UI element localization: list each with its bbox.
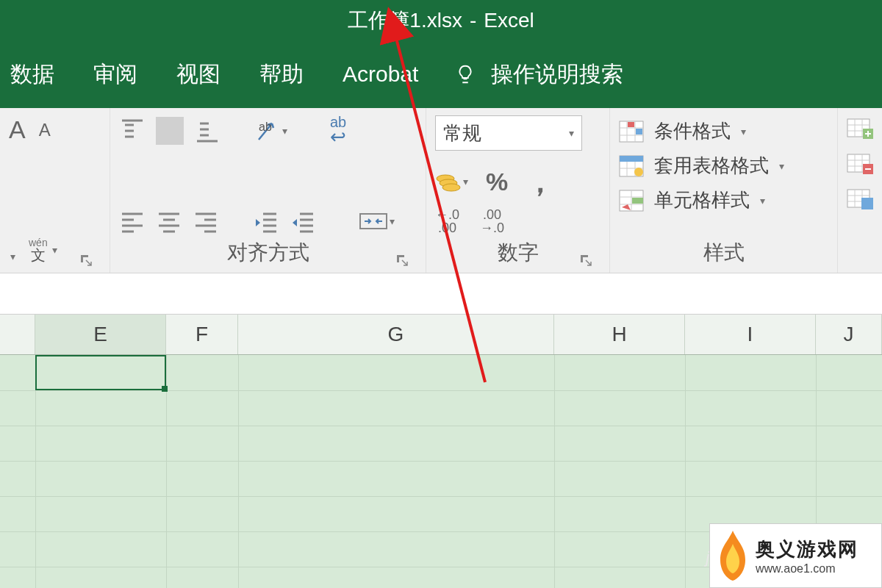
svg-rect-18 <box>861 198 873 209</box>
accounting-format-button[interactable]: ▾ <box>435 171 468 192</box>
alignment-launcher-icon[interactable] <box>395 249 409 264</box>
tab-data[interactable]: 数据 <box>7 55 57 94</box>
col-header-F[interactable]: F <box>166 315 238 354</box>
cell-styles-icon <box>619 190 644 212</box>
tell-me-search[interactable]: 操作说明搜索 <box>454 60 623 90</box>
percent-format-button[interactable]: % <box>486 168 508 196</box>
orientation-button[interactable]: ab▾ <box>254 118 287 144</box>
ribbon-tab-bar: 数据 审阅 视图 帮助 Acrobat 操作说明搜索 <box>0 40 882 108</box>
increase-indent-button[interactable] <box>290 208 316 234</box>
group-font: A A ▾ wén文 ▾ <box>0 108 110 273</box>
decrease-font-button[interactable]: A <box>39 120 51 140</box>
wrap-text-button[interactable]: ab ↩ <box>330 115 346 146</box>
table-format-icon <box>619 155 644 177</box>
svg-rect-6 <box>628 122 634 127</box>
alignment-group-label: 对齐方式 <box>227 239 309 267</box>
number-group-label: 数字 <box>498 239 539 267</box>
tab-help[interactable]: 帮助 <box>257 55 306 94</box>
align-middle-button[interactable] <box>156 117 184 145</box>
col-header-H[interactable]: H <box>554 315 685 354</box>
number-launcher-icon[interactable] <box>578 249 593 264</box>
document-filename: 工作簿1.xlsx <box>348 7 462 35</box>
col-header-blank[interactable] <box>0 315 35 354</box>
group-cells-partial <box>838 108 882 273</box>
svg-point-10 <box>634 168 643 176</box>
decrease-indent-button[interactable] <box>253 208 279 234</box>
svg-rect-12 <box>632 198 643 204</box>
conditional-formatting-button[interactable]: 条件格式▾ <box>619 118 828 144</box>
col-header-J[interactable]: J <box>816 315 882 354</box>
svg-rect-9 <box>620 156 643 162</box>
tab-view[interactable]: 视图 <box>173 55 223 94</box>
decrease-decimal-button[interactable]: .00→.0 <box>480 208 504 234</box>
delete-cells-button[interactable] <box>847 154 873 176</box>
increase-decimal-button[interactable]: ←.0.00 <box>435 208 459 234</box>
site-logo: 奥义游戏网 www.aoe1.com <box>709 523 882 588</box>
formula-bar[interactable] <box>0 273 882 315</box>
align-top-button[interactable] <box>119 118 146 144</box>
col-header-G[interactable]: G <box>238 315 554 354</box>
align-right-button[interactable] <box>193 208 219 234</box>
logo-text-url: www.aoe1.com <box>756 562 858 576</box>
cell-styles-button[interactable]: 单元格样式▾ <box>619 187 828 213</box>
group-styles: 条件格式▾ 套用表格格式▾ 单元格样式▾ 样式 <box>610 108 838 273</box>
col-header-I[interactable]: I <box>685 315 816 354</box>
svg-rect-1 <box>360 214 387 229</box>
group-number: 常规▾ ▾ % ， ←.0.00 .00→.0 数字 <box>426 108 610 273</box>
format-as-table-button[interactable]: 套用表格格式▾ <box>619 153 828 179</box>
merge-cells-button[interactable]: ▾ <box>359 208 395 234</box>
fill-handle[interactable] <box>162 386 168 392</box>
number-format-dropdown[interactable]: 常规▾ <box>435 115 582 151</box>
logo-text-main: 奥义游戏网 <box>756 537 858 562</box>
selected-cell[interactable] <box>35 355 166 390</box>
svg-point-4 <box>442 184 460 191</box>
svg-text:ab: ab <box>259 121 272 133</box>
title-bar: 工作簿1.xlsx - Excel <box>0 0 882 40</box>
group-alignment: ab▾ ab ↩ ▾ 对齐方式 <box>110 108 426 273</box>
align-left-button[interactable] <box>119 208 146 234</box>
flame-icon <box>714 529 751 582</box>
tab-review[interactable]: 审阅 <box>90 55 140 94</box>
styles-group-label: 样式 <box>703 239 745 267</box>
tab-acrobat[interactable]: Acrobat <box>340 57 421 91</box>
svg-rect-7 <box>636 129 642 135</box>
app-name: Excel <box>484 9 534 32</box>
font-size-dropdown[interactable]: ▾ <box>9 251 15 262</box>
ribbon: A A ▾ wén文 ▾ ab▾ <box>0 108 882 273</box>
tell-me-label: 操作说明搜索 <box>491 60 623 90</box>
conditional-format-icon <box>619 121 644 143</box>
col-header-E[interactable]: E <box>35 315 166 354</box>
insert-cells-button[interactable] <box>847 118 873 140</box>
phonetic-guide-button[interactable]: wén文 ▾ <box>29 237 57 262</box>
align-bottom-button[interactable] <box>194 118 220 144</box>
title-separator: - <box>470 9 476 32</box>
increase-font-button[interactable]: A <box>9 115 26 144</box>
format-cells-button[interactable] <box>847 189 873 211</box>
column-headers-row: E F G H I J <box>0 315 882 355</box>
align-center-button[interactable] <box>156 208 182 234</box>
font-launcher-icon[interactable] <box>79 249 93 264</box>
comma-format-button[interactable]: ， <box>526 162 555 202</box>
lightbulb-icon <box>454 63 476 85</box>
